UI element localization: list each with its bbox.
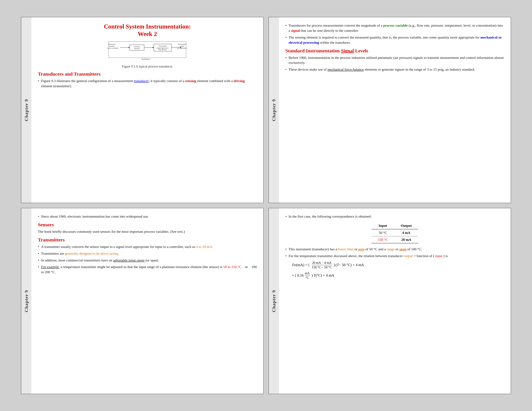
- sensors-body: The book briefly discusses commonly used…: [38, 229, 257, 234]
- bullet-2-4: These devices make use of mechanical for…: [285, 67, 504, 72]
- svg-text:(process variable): (process variable): [107, 47, 118, 49]
- svg-text:element: element: [134, 47, 140, 49]
- fraction-2: mA °C: [304, 271, 310, 280]
- mech-elec-term: mechanical or electrical processing: [289, 35, 502, 45]
- svg-text:Transmitter: Transmitter: [159, 45, 167, 47]
- chapter-label-3: Chapter 9: [21, 208, 31, 394]
- chapter-label-1: Chapter 9: [21, 17, 31, 203]
- zero-term: zero: [358, 247, 364, 251]
- bullet-4-2: For the temperature transmitter discusse…: [285, 253, 504, 259]
- transducer-diagram: Measured quantity (process variable) Sen…: [38, 41, 257, 68]
- generally-designed: generally designed to be: [65, 252, 100, 255]
- signal-range: 4 to 20 mA: [196, 245, 212, 249]
- formula-line-1: Tm (mA) = ( 20 mA − 4 mA 150 °C − 50 °C …: [292, 261, 504, 269]
- section-title-3b: Transmitters: [38, 237, 257, 243]
- slide-4: Chapter 9 In the first case, the followi…: [268, 208, 511, 394]
- io-table: Input Output 50 °C 4 mA 150 °C 20 mA: [371, 222, 418, 243]
- bullet-4-1: This instrument (transducer) has a lower…: [285, 247, 504, 252]
- for-example: For example: [41, 265, 59, 269]
- slide-1-content: Control System Instrumentation:Week 2 Me…: [31, 17, 263, 203]
- slide-1: Chapter 9 Control System Instrumentation…: [21, 17, 264, 203]
- bullet-4-0: In the first case, the following corresp…: [285, 214, 504, 219]
- fraction-1: 20 mA − 4 mA 150 °C − 50 °C: [311, 261, 332, 269]
- driving-word: driving: [234, 79, 245, 83]
- svg-rect-0: [109, 42, 186, 58]
- bullet-3-4: For example, a temperature transmitter m…: [38, 264, 257, 275]
- table-cell-input-1: 50 °C: [371, 229, 394, 236]
- svg-text:Transmitted: Transmitted: [178, 43, 186, 45]
- formula-block: Tm (mA) = ( 20 mA − 4 mA 150 °C − 50 °C …: [285, 261, 504, 280]
- table-cell-input-2: 150 °C: [371, 236, 394, 243]
- diagram-caption: Figure 9.3 A typical process transducer.: [122, 65, 173, 68]
- signal-term: signal: [291, 28, 300, 33]
- slide-2-content: Transducers for process measurements con…: [279, 17, 511, 203]
- transducer-link: transducer: [134, 79, 149, 83]
- adjustable-range: adjustable input range: [113, 258, 144, 262]
- input-word: input: [435, 254, 442, 258]
- bullet-2-2: The sensing element is required to conve…: [285, 35, 504, 45]
- bullet-2-1: Transducers for process measurements con…: [285, 23, 504, 33]
- table-cell-output-1: 4 mA: [394, 229, 418, 236]
- svg-text:(to controller): (to controller): [177, 47, 187, 49]
- svg-text:signal: signal: [180, 45, 184, 47]
- table-header-output: Output: [394, 222, 418, 229]
- slide-4-content: In the first case, the following corresp…: [279, 208, 511, 394]
- process-variable-term: process variable: [383, 23, 408, 28]
- section-title-2: Standard Instrumentation Signal Levels: [285, 48, 504, 54]
- slide-title-1: Control System Instrumentation:Week 2: [38, 23, 257, 37]
- svg-text:Transducer: Transducer: [141, 58, 150, 60]
- section-title-1: Transducers and Transmitters: [38, 71, 257, 77]
- diagram-svg: Measured quantity (process variable) Sen…: [107, 41, 188, 63]
- bullet-3-2: Transmitters are generally designed to b…: [38, 251, 257, 256]
- bullet-3-1: A transmitter usually converts the senso…: [38, 244, 257, 249]
- bullet-3-3: In addition, most commercial transmitter…: [38, 258, 257, 263]
- slide-3: Chapter 9 Since about 1960, electronic i…: [21, 208, 264, 394]
- table-header-input: Input: [371, 222, 394, 229]
- page: Chapter 9 Control System Instrumentation…: [16, 12, 516, 399]
- chapter-label-2: Chapter 9: [269, 17, 279, 203]
- sensing-word: sensing: [185, 79, 196, 83]
- direct-acting: direct acting: [100, 252, 118, 255]
- range-1: 50 to 150 °C: [223, 265, 241, 269]
- slide-2: Chapter 9 Transducers for process measur…: [268, 17, 511, 203]
- formula-line-2: = ( 0.16 mA °C ) T (°C) + 4 mA: [292, 271, 504, 280]
- bullet-2-3: Before 1960, instrumentation in the proc…: [285, 55, 504, 65]
- span-term: span: [399, 247, 406, 251]
- bullet-3-0: Since about 1960, electronic instrumenta…: [38, 214, 257, 219]
- lower-limit: lower limit: [338, 247, 353, 251]
- svg-text:Sensing: Sensing: [134, 46, 140, 47]
- output-word: output: [404, 254, 413, 258]
- svg-text:Measured: Measured: [108, 43, 115, 45]
- chapter-label-4: Chapter 9: [269, 208, 279, 394]
- svg-text:quantity: quantity: [109, 45, 115, 47]
- section-title-3a: Sensors: [38, 222, 257, 227]
- bullet-1-1: Figure 9.3 illustrates the general confi…: [38, 78, 257, 89]
- table-cell-output-2: 20 mA: [394, 236, 418, 243]
- force-balance-term: mechanical force-balance: [327, 67, 364, 71]
- svg-text:line driver): line driver): [159, 48, 167, 51]
- range-term: range: [387, 247, 395, 251]
- slide-3-content: Since about 1960, electronic instrumenta…: [31, 208, 263, 394]
